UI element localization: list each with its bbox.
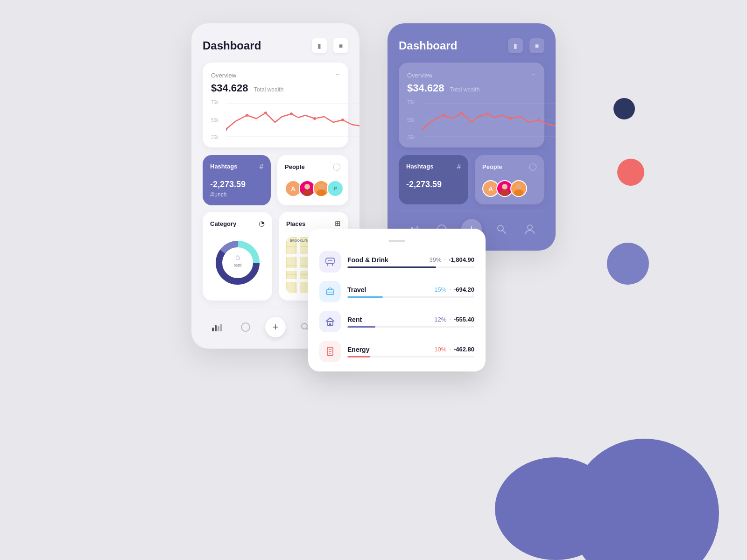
chart-area-light: 75k 55k 35k <box>211 99 340 141</box>
energy-icon <box>319 341 341 362</box>
cards-grid-1: Hashtags # -2,273.59 #lunch People ◯ A <box>203 155 348 205</box>
nav-circle-icon[interactable] <box>236 318 255 336</box>
svg-point-24 <box>241 323 250 331</box>
overview-amount-dark: $34.628 <box>407 82 444 94</box>
svg-point-11 <box>303 189 312 196</box>
travel-bar-bg <box>347 296 474 298</box>
overview-label-dark: Overview <box>407 72 432 79</box>
rent-pct: 12% <box>434 316 446 323</box>
rent-amount: -555.40 <box>454 316 474 323</box>
bg-circle-dark <box>613 98 635 119</box>
energy-content: Energy 10% • -462.80 <box>347 346 474 357</box>
chart-label-35k: 35k <box>211 135 218 140</box>
svg-rect-55 <box>329 323 331 325</box>
food-top: Food & Drink 39% • -1,804.90 <box>347 256 474 264</box>
chart-svg-light <box>226 99 340 141</box>
hashtags-label-dark: Hashtags <box>406 163 434 170</box>
svg-line-48 <box>503 231 506 233</box>
svg-point-33 <box>460 112 463 114</box>
chart-svg-dark <box>422 99 536 141</box>
hashtags-card-light[interactable]: Hashtags # -2,273.59 #lunch <box>203 155 271 205</box>
travel-content: Travel 15% • -694.20 <box>347 286 474 298</box>
travel-top: Travel 15% • -694.20 <box>347 286 474 294</box>
popup-row-energy: Energy 10% • -462.80 <box>319 341 474 362</box>
svg-rect-23 <box>220 324 222 331</box>
svg-point-34 <box>486 112 489 115</box>
hashtags-amount: -2,273.59 <box>210 180 263 189</box>
overview-amount: $34.628 <box>211 82 248 94</box>
rent-top: Rent 12% • -555.40 <box>347 316 474 323</box>
overview-subtitle: Total wealth <box>254 86 283 93</box>
people-card-dark[interactable]: People ◯ A <box>475 155 544 204</box>
person-icon: ◯ <box>333 162 341 171</box>
phone-dark: Dashboard ▮ ■ Overview ~ $34.628 Total w… <box>388 23 556 251</box>
svg-point-47 <box>498 225 503 231</box>
chart-area-dark: 75k 55k 35k <box>407 99 536 141</box>
svg-point-39 <box>500 189 509 196</box>
energy-bar-bg <box>347 356 474 357</box>
chart-label-75k-dark: 75k <box>407 100 415 105</box>
map-icon: ⊞ <box>335 219 341 228</box>
phone-light-header: Dashboard ▮ ■ <box>203 38 348 53</box>
svg-point-7 <box>313 117 316 120</box>
svg-point-32 <box>442 114 444 117</box>
calendar-icon-dark[interactable]: ■ <box>529 38 544 53</box>
chart-label-75k: 75k <box>211 100 218 105</box>
people-header: People ◯ <box>285 162 341 171</box>
bg-circle-red <box>617 159 644 186</box>
svg-point-4 <box>246 114 248 117</box>
energy-pct: 10% <box>434 346 446 353</box>
rent-name: Rent <box>347 316 362 323</box>
rent-bar-bg <box>347 326 474 328</box>
travel-name: Travel <box>347 286 366 294</box>
svg-point-6 <box>290 112 293 115</box>
svg-point-38 <box>502 184 507 189</box>
category-card-light[interactable]: Category ◔ ⌂ rent <box>203 212 272 301</box>
svg-rect-50 <box>326 258 334 264</box>
popup-row-travel: Travel 15% • -694.20 <box>319 281 474 302</box>
hashtags-header: Hashtags # <box>210 162 263 170</box>
energy-stats: 10% • -462.80 <box>434 346 474 353</box>
svg-point-25 <box>302 323 307 329</box>
nav-search-icon-dark[interactable] <box>492 220 511 238</box>
hashtag-icon: # <box>260 162 263 170</box>
rent-icon <box>319 311 341 332</box>
nav-user-icon-dark[interactable] <box>521 220 539 238</box>
svg-rect-21 <box>215 325 217 331</box>
pie-icon: ◔ <box>259 219 265 228</box>
wallet-icon-dark[interactable]: ▮ <box>508 38 523 53</box>
hashtags-card-dark[interactable]: Hashtags # -2,273.59 <box>399 155 468 204</box>
avatars-row-dark: A <box>482 180 537 197</box>
bg-circle-purple-xl <box>495 457 616 560</box>
svg-text:⌂: ⌂ <box>235 253 240 261</box>
popup-row-food: Food & Drink 39% • -1,804.90 <box>319 251 474 273</box>
energy-amount: -462.80 <box>454 346 474 353</box>
chart-line-icon: ~ <box>336 71 340 79</box>
rent-stats: 12% • -555.40 <box>434 316 474 323</box>
chart-label-35k-dark: 35k <box>407 135 415 140</box>
header-icons-dark: ▮ ■ <box>508 38 544 53</box>
svg-point-36 <box>537 119 540 121</box>
food-amount: -1,804.90 <box>449 256 474 263</box>
avatars-row-light: A <box>285 180 341 197</box>
svg-point-5 <box>264 112 267 114</box>
energy-top: Energy 10% • -462.80 <box>347 346 474 353</box>
overview-card-dark: Overview ~ $34.628 Total wealth 75k 55k … <box>399 63 544 147</box>
people-card-light[interactable]: People ◯ A <box>277 155 348 205</box>
wallet-icon[interactable]: ▮ <box>312 38 327 53</box>
svg-point-12 <box>318 184 324 189</box>
person-icon-dark: ◯ <box>529 162 537 171</box>
hashtags-tag: #lunch <box>210 191 263 198</box>
bg-circle-purple-mid <box>607 243 649 285</box>
travel-icon <box>319 281 341 302</box>
phone-dark-title: Dashboard <box>399 39 457 52</box>
nav-chart-icon[interactable] <box>208 318 226 336</box>
overview-amount-row-dark: $34.628 Total wealth <box>407 82 536 94</box>
svg-rect-20 <box>212 328 214 331</box>
calendar-icon[interactable]: ■ <box>333 38 348 53</box>
rent-bar <box>347 326 375 328</box>
travel-amount: -694.20 <box>454 286 474 293</box>
overview-top: Overview ~ <box>211 71 340 79</box>
nav-plus-button[interactable]: + <box>265 317 286 337</box>
people-label-dark: People <box>482 163 502 170</box>
